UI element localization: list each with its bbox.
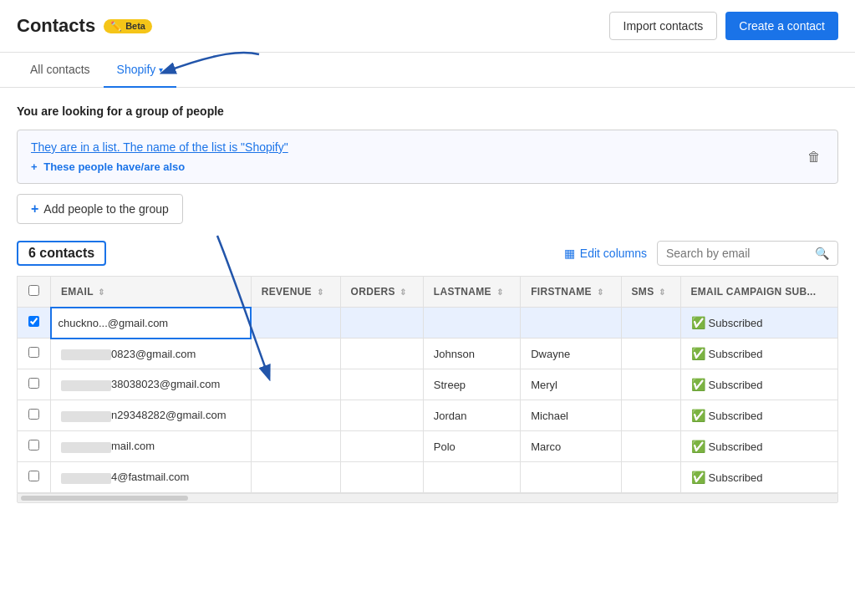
orders-header[interactable]: ORDERS ⇕ [340,277,423,308]
subscribed-badge: ✅Subscribed [691,409,763,422]
sms-cell [621,369,680,400]
contacts-count: 6 contacts [17,241,106,266]
orders-cell [340,400,423,431]
revenue-sort-icon: ⇕ [317,288,323,297]
sms-cell [621,431,680,462]
revenue-cell [251,369,340,400]
firstname-cell: Michael [521,400,621,431]
filter-block: They are in a list. The name of the list… [17,130,838,184]
filter-heading: You are looking for a group of people [17,104,838,118]
firstname-cell: Marco [521,431,621,462]
email-sort-icon: ⇕ [98,288,104,297]
columns-icon: ▦ [564,247,575,260]
sms-cell [621,462,680,493]
lastname-cell: Polo [423,431,520,462]
sms-header[interactable]: SMS ⇕ [621,277,680,308]
subscription-cell: ✅Subscribed [680,462,838,493]
plus-icon: + [31,201,38,216]
delete-filter-icon[interactable]: 🗑 [804,146,824,168]
row-checkbox[interactable] [28,471,39,481]
subscribed-badge: ✅Subscribed [691,471,763,484]
email-cell[interactable]: mail.com [51,431,252,462]
tab-shopify[interactable]: Shopify ▾ [104,53,177,88]
subscribed-badge: ✅Subscribed [691,316,763,329]
filter-also[interactable]: + These people have/are also [31,160,288,173]
subscribed-badge: ✅Subscribed [691,378,763,391]
subscription-cell: ✅Subscribed [680,369,838,400]
subscription-cell: ✅Subscribed [680,339,838,369]
beta-badge: ✏️ Beta [104,19,152,33]
edit-columns-button[interactable]: ▦ Edit columns [564,247,647,260]
revenue-cell [251,462,340,493]
table-header-row: EMAIL ⇕ REVENUE ⇕ ORDERS ⇕ LASTNAME [18,277,838,308]
row-checkbox[interactable] [28,409,39,420]
revenue-cell [251,339,340,369]
lastname-cell: Jordan [423,400,520,431]
plus-icon: + [31,160,38,173]
check-circle-icon: ✅ [691,440,705,453]
email-cell[interactable]: 38038023@gmail.com [51,369,252,400]
main-content: You are looking for a group of people Th… [0,88,855,520]
row-checkbox[interactable] [28,378,39,389]
email-blur-mask [61,473,111,484]
add-people-button[interactable]: + Add people to the group [17,194,183,224]
firstname-header[interactable]: FIRSTNAME ⇕ [521,277,621,308]
checkbox-header [18,277,51,308]
email-cell[interactable]: n29348282@gmail.com [51,400,252,431]
lastname-cell [423,462,520,493]
scrollbar-thumb[interactable] [21,496,188,501]
check-circle-icon: ✅ [691,347,705,360]
email-blur-mask [61,349,111,360]
horizontal-scrollbar[interactable] [17,493,838,503]
table-row[interactable]: 4@fastmail.com✅Subscribed [18,462,838,493]
create-contact-button[interactable]: Create a contact [725,12,838,40]
search-box: 🔍 [657,241,838,266]
filter-rule-link[interactable]: They are in a list. The name of the list… [31,140,288,154]
subscription-cell: ✅Subscribed [680,400,838,431]
select-all-checkbox[interactable] [28,285,39,296]
revenue-header[interactable]: REVENUE ⇕ [251,277,340,308]
email-header[interactable]: EMAIL ⇕ [51,277,252,308]
firstname-cell: Dwayne [521,339,621,369]
row-checkbox[interactable] [28,440,39,451]
app-title: Contacts [17,15,95,37]
email-cell[interactable]: chuckno...@gmail.com [51,308,252,339]
import-contacts-button[interactable]: Import contacts [609,12,718,40]
lastname-header[interactable]: LASTNAME ⇕ [423,277,520,308]
sms-sort-icon: ⇕ [659,288,665,297]
table-row[interactable]: 0823@gmail.comJohnsonDwayne✅Subscribed [18,339,838,369]
subscribed-badge: ✅Subscribed [691,347,763,360]
row-checkbox[interactable] [28,347,39,358]
firstname-cell [521,462,621,493]
email-cell[interactable]: 4@fastmail.com [51,462,252,493]
sms-cell [621,339,680,369]
filter-block-left: They are in a list. The name of the list… [31,140,288,173]
orders-cell [340,431,423,462]
table-row[interactable]: chuckno...@gmail.com✅Subscribed [18,308,838,339]
check-circle-icon: ✅ [691,316,705,329]
tab-all-contacts[interactable]: All contacts [17,53,104,88]
lastname-cell: Johnson [423,339,520,369]
firstname-sort-icon: ⇕ [597,288,603,297]
subscription-cell: ✅Subscribed [680,308,838,339]
pencil-icon: ✏️ [110,21,122,32]
contacts-toolbar-right: ▦ Edit columns 🔍 [564,241,838,266]
table-row[interactable]: n29348282@gmail.comJordanMichael✅Subscri… [18,400,838,431]
contacts-table-wrapper: EMAIL ⇕ REVENUE ⇕ ORDERS ⇕ LASTNAME [17,276,838,503]
revenue-cell [251,308,340,339]
email-blur-mask [61,411,111,422]
search-icon: 🔍 [815,247,829,260]
contacts-table: EMAIL ⇕ REVENUE ⇕ ORDERS ⇕ LASTNAME [17,276,838,493]
email-cell[interactable]: 0823@gmail.com [51,339,252,369]
table-row[interactable]: mail.comPoloMarco✅Subscribed [18,431,838,462]
firstname-cell [521,308,621,339]
lastname-sort-icon: ⇕ [496,288,503,297]
email-blur-mask [61,442,111,453]
revenue-cell [251,431,340,462]
row-checkbox[interactable] [28,316,39,327]
email-campaign-header[interactable]: EMAIL CAMPAIGN SUB... [680,277,838,308]
subscription-cell: ✅Subscribed [680,431,838,462]
orders-cell [340,462,423,493]
search-input[interactable] [666,247,808,260]
table-row[interactable]: 38038023@gmail.comStreepMeryl✅Subscribed [18,369,838,400]
